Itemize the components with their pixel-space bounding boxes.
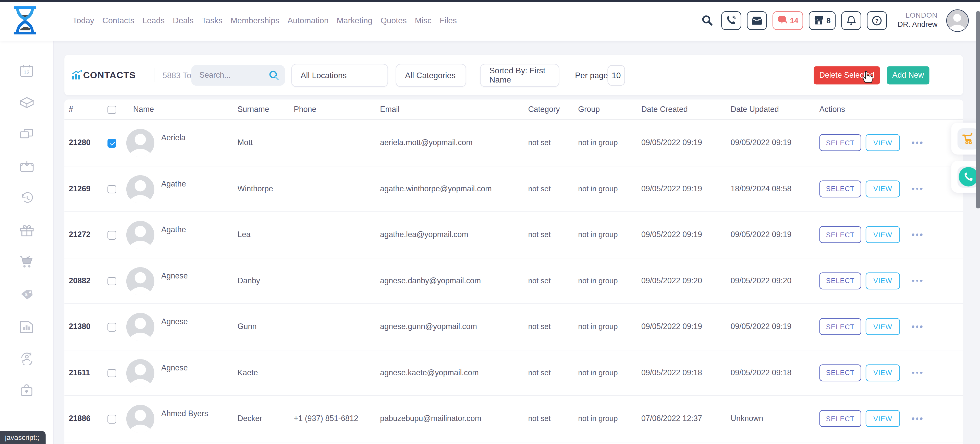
row-menu-button[interactable] (909, 415, 924, 422)
row-menu-button[interactable] (909, 369, 924, 376)
nav-item-misc[interactable]: Misc (415, 16, 431, 25)
contact-date-updated: 09/05/2022 09:19 (731, 323, 791, 331)
add-new-button[interactable]: Add New (887, 66, 929, 84)
nav-item-files[interactable]: Files (440, 16, 457, 25)
messages-button[interactable]: 14 (773, 11, 803, 30)
phone-calls-button[interactable] (721, 11, 741, 30)
sidebar-item-account-sync[interactable] (19, 350, 34, 365)
sidebar-item-reports[interactable] (19, 319, 34, 334)
sidebar-item-import[interactable] (19, 159, 34, 174)
help-button[interactable]: ? (867, 11, 887, 30)
user-location: LONDON (897, 11, 938, 20)
row-checkbox[interactable] (107, 139, 116, 147)
user-avatar[interactable] (946, 9, 969, 32)
row-checkbox[interactable] (107, 415, 116, 423)
nav-item-today[interactable]: Today (73, 16, 94, 25)
page-scrollbar[interactable] (976, 11, 980, 208)
gift-icon (19, 223, 34, 237)
contact-date-created: 09/05/2022 09:19 (641, 139, 702, 147)
view-button[interactable]: VIEW (865, 364, 900, 381)
view-button[interactable]: VIEW (865, 410, 900, 427)
nav-item-leads[interactable]: Leads (142, 16, 165, 25)
view-button[interactable]: VIEW (865, 180, 900, 197)
select-button[interactable]: SELECT (819, 272, 861, 289)
contact-surname: Winthorpe (238, 184, 273, 193)
table-row: 21280 Aeriela Mott aeriela.mott@yopmail.… (64, 120, 963, 166)
store-icon (814, 16, 824, 25)
sidebar-item-duplicates[interactable] (19, 127, 34, 142)
sort-select[interactable]: Sorted By: First Name (480, 64, 559, 87)
row-menu-button[interactable] (909, 323, 924, 330)
contact-date-created: 09/05/2022 09:19 (641, 323, 702, 331)
contact-avatar (126, 359, 154, 387)
sidebar-item-packages[interactable] (19, 95, 34, 110)
search-button[interactable] (701, 14, 713, 26)
view-button[interactable]: VIEW (865, 134, 900, 151)
table-header: # Name Surname Phone Email Category Grou… (64, 99, 963, 120)
notifications-button[interactable] (841, 11, 861, 30)
contacts-toolbar: CONTACTS 5883 Total All Locations All Ca… (64, 55, 963, 95)
sidebar-item-orders[interactable] (19, 255, 34, 270)
row-menu-button[interactable] (909, 139, 924, 146)
nav-item-marketing[interactable]: Marketing (337, 16, 372, 25)
report-file-icon (19, 319, 34, 333)
nav-item-memberships[interactable]: Memberships (231, 16, 279, 25)
select-button[interactable]: SELECT (819, 410, 861, 427)
sidebar-item-calendar[interactable]: 12 (19, 63, 34, 78)
contact-category: not set (528, 368, 550, 377)
select-button[interactable]: SELECT (819, 226, 861, 243)
floating-phone-widget (951, 161, 980, 193)
svg-text:?: ? (875, 17, 878, 24)
select-button[interactable]: SELECT (819, 134, 861, 151)
row-checkbox[interactable] (107, 231, 116, 240)
row-checkbox[interactable] (107, 369, 116, 377)
cart-widget-button[interactable] (958, 128, 979, 149)
nav-item-contacts[interactable]: Contacts (102, 16, 135, 25)
row-checkbox[interactable] (107, 323, 116, 331)
brand-logo[interactable] (13, 6, 38, 34)
nav-item-deals[interactable]: Deals (173, 16, 193, 25)
contact-email: agnese.danby@yopmail.com (380, 276, 481, 285)
select-button[interactable]: SELECT (819, 364, 861, 381)
per-page-input[interactable]: 10 (608, 65, 625, 85)
locations-select[interactable]: All Locations (291, 64, 388, 87)
nav-item-quotes[interactable]: Quotes (380, 16, 407, 25)
row-menu-button[interactable] (909, 277, 924, 284)
sidebar-item-pricing[interactable]: $ (19, 287, 34, 302)
contact-avatar (126, 175, 154, 203)
select-button[interactable]: SELECT (819, 318, 861, 335)
delete-selected-button[interactable]: Delete Selected (814, 66, 880, 84)
row-checkbox[interactable] (107, 277, 116, 285)
contact-date-created: 07/06/2022 12:37 (641, 414, 702, 423)
top-bar: Today Contacts Leads Deals Tasks Members… (0, 0, 980, 41)
table-row: 21886 Ahmed Byers Decker +1 (937) 851-68… (64, 396, 963, 442)
header-name: Name (133, 99, 154, 120)
categories-select[interactable]: All Categories (396, 64, 466, 87)
row-checkbox[interactable] (107, 185, 116, 193)
select-button[interactable]: SELECT (819, 180, 861, 197)
price-tag-icon: $ (19, 288, 34, 300)
nav-item-automation[interactable]: Automation (287, 16, 328, 25)
nav-item-tasks[interactable]: Tasks (202, 16, 222, 25)
page-title: CONTACTS (83, 70, 136, 80)
row-menu-button[interactable] (909, 231, 924, 238)
contact-name: Ahmed Byers (161, 409, 208, 418)
user-info[interactable]: LONDON DR. Andrew (897, 11, 938, 30)
view-button[interactable]: VIEW (865, 318, 900, 335)
header-phone: Phone (294, 99, 317, 120)
contact-email: agathe.lea@yopmail.com (380, 230, 468, 239)
header-category: Category (528, 99, 560, 120)
sidebar-item-security[interactable] (19, 382, 34, 397)
row-menu-button[interactable] (909, 185, 924, 192)
select-all-checkbox[interactable] (107, 105, 116, 114)
inbox-button[interactable] (747, 11, 767, 30)
view-button[interactable]: VIEW (865, 272, 900, 289)
store-button[interactable]: 8 (809, 11, 836, 30)
sidebar-item-rewards[interactable] (19, 223, 34, 238)
contact-date-created: 09/05/2022 09:18 (641, 368, 702, 377)
contact-category: not set (528, 139, 550, 147)
view-button[interactable]: VIEW (865, 226, 900, 243)
phone-widget-button[interactable] (958, 166, 979, 187)
phone-call-icon (963, 172, 973, 181)
sidebar-item-history[interactable] (19, 191, 34, 206)
